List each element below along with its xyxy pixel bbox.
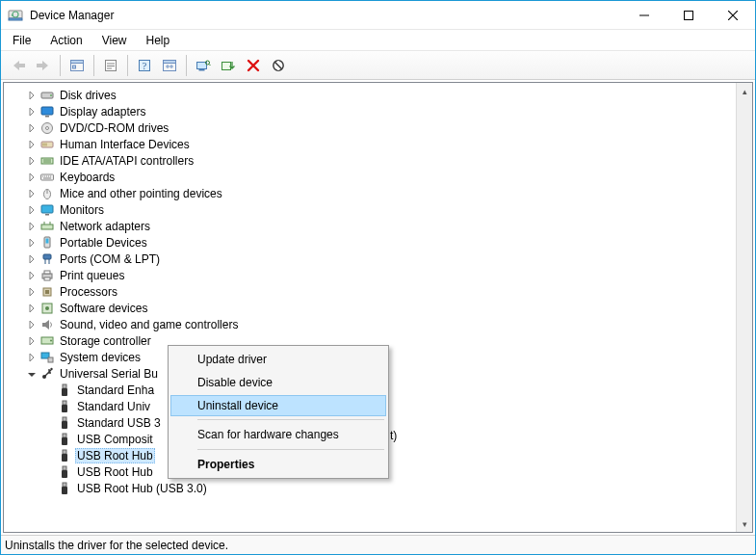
tree-node[interactable]: Display adapters	[8, 103, 736, 119]
scan-hardware-button[interactable]	[192, 54, 215, 77]
context-separator	[197, 419, 384, 420]
tree-node[interactable]: Keyboards	[8, 169, 736, 185]
tree-node-label: Display adapters	[58, 104, 147, 119]
svg-rect-54	[62, 437, 67, 445]
context-properties[interactable]: Properties	[170, 453, 386, 476]
menubar: File Action View Help	[1, 30, 755, 51]
scroll-down-arrow[interactable]: ▾	[737, 515, 752, 532]
tree-node-label: Universal Serial Bu	[58, 366, 160, 382]
storage-icon	[39, 333, 55, 349]
tree-node[interactable]: Software devices	[8, 300, 736, 316]
back-button[interactable]	[7, 54, 30, 77]
svg-rect-12	[197, 62, 207, 68]
expand-icon[interactable]	[25, 334, 39, 348]
svg-text:?: ?	[143, 61, 147, 71]
expand-icon[interactable]	[25, 252, 39, 266]
tree-node-label: USB Composit	[75, 432, 155, 447]
printer-icon	[39, 268, 55, 283]
context-disable-device[interactable]: Disable device	[170, 371, 386, 394]
tree-node-label: Sound, video and game controllers	[58, 317, 240, 332]
tree-node[interactable]: Print queues	[8, 267, 736, 283]
update-driver-button[interactable]	[217, 54, 240, 77]
keyboard-icon	[39, 170, 55, 185]
svg-rect-33	[43, 254, 51, 259]
hid-icon	[39, 137, 55, 152]
expand-icon[interactable]	[25, 318, 39, 331]
svg-rect-58	[62, 470, 67, 478]
uninstall-button[interactable]	[242, 54, 265, 77]
context-scan-hardware[interactable]: Scan for hardware changes	[170, 423, 386, 446]
expand-icon[interactable]	[25, 154, 39, 168]
close-button[interactable]	[711, 1, 755, 29]
menu-file[interactable]: File	[9, 32, 35, 49]
expand-icon[interactable]	[25, 220, 39, 233]
tree-node[interactable]: Processors	[8, 283, 736, 300]
tree-node[interactable]: IDE ATA/ATAPI controllers	[8, 152, 736, 169]
tree-node-label: USB Root Hub	[75, 448, 155, 463]
tree-node[interactable]: Mice and other pointing devices	[8, 185, 736, 201]
expand-icon[interactable]	[25, 121, 39, 135]
tree-node[interactable]: Sound, video and game controllers	[8, 316, 736, 332]
properties-button[interactable]	[99, 54, 122, 77]
menu-view[interactable]: View	[98, 32, 131, 49]
expand-icon	[42, 465, 56, 479]
context-update-driver[interactable]: Update driver	[170, 348, 386, 371]
scroll-up-arrow[interactable]: ▴	[737, 83, 752, 99]
vertical-scrollbar[interactable]: ▴ ▾	[736, 83, 752, 532]
tree-node-label: DVD/CD-ROM drives	[58, 120, 170, 136]
tree-node[interactable]: Ports (COM & LPT)	[8, 251, 736, 267]
tree-node[interactable]: Portable Devices	[8, 234, 736, 251]
svg-rect-55	[63, 450, 66, 454]
svg-rect-59	[63, 483, 66, 487]
expand-icon[interactable]	[25, 171, 39, 184]
forward-button[interactable]	[32, 54, 55, 77]
svg-rect-19	[41, 107, 53, 115]
tree-node-label: System devices	[58, 350, 143, 365]
status-text: Uninstalls the driver for the selected d…	[5, 539, 228, 552]
show-hidden-button[interactable]	[158, 54, 181, 77]
expand-icon[interactable]	[25, 236, 39, 250]
expand-icon[interactable]	[25, 89, 39, 102]
minimize-button[interactable]	[622, 1, 666, 29]
expand-icon[interactable]	[25, 138, 39, 151]
tree-node[interactable]: Human Interface Devices	[8, 136, 736, 152]
window-controls	[622, 1, 755, 29]
expand-icon[interactable]	[25, 187, 39, 200]
tree-node-label: Mice and other pointing devices	[58, 186, 224, 201]
expand-icon[interactable]	[25, 285, 39, 299]
display-icon	[39, 104, 55, 119]
expand-icon[interactable]	[25, 269, 39, 282]
menu-action[interactable]: Action	[46, 32, 86, 49]
tree-node-label: USB Root Hub (USB 3.0)	[75, 481, 209, 496]
expand-icon[interactable]	[25, 105, 39, 119]
tree-node[interactable]: USB Root Hub (USB 3.0)	[8, 480, 736, 496]
tree-node-label: Software devices	[58, 301, 149, 316]
tree-container: Disk drivesDisplay adaptersDVD/CD-ROM dr…	[3, 82, 753, 533]
software-icon	[39, 301, 55, 316]
maximize-button[interactable]	[666, 1, 711, 29]
collapse-icon[interactable]	[25, 367, 39, 381]
tree-node-label: Print queues	[58, 268, 126, 283]
expand-icon[interactable]	[25, 302, 39, 315]
show-hide-tree-button[interactable]	[65, 54, 89, 77]
menu-help[interactable]: Help	[143, 32, 174, 49]
network-icon	[39, 219, 55, 234]
help-button[interactable]: ?	[133, 54, 156, 77]
tree-node[interactable]: DVD/CD-ROM drives	[8, 119, 736, 136]
svg-rect-13	[199, 69, 205, 71]
context-uninstall-device[interactable]: Uninstall device	[170, 395, 386, 416]
expand-icon	[42, 433, 56, 446]
usb-device-icon	[57, 399, 72, 414]
disable-button[interactable]	[267, 54, 290, 77]
tree-node[interactable]: Network adapters	[8, 218, 736, 234]
tree-node[interactable]: Disk drives	[8, 87, 736, 103]
expand-icon	[42, 416, 56, 430]
expand-icon[interactable]	[25, 203, 39, 217]
truncated-text-fragment: t)	[390, 429, 397, 442]
tree-node[interactable]: Monitors	[8, 201, 736, 218]
tree-node-label: Ports (COM & LPT)	[58, 251, 162, 267]
svg-rect-44	[48, 357, 53, 362]
svg-rect-48	[62, 388, 67, 396]
port-icon	[39, 251, 55, 267]
expand-icon[interactable]	[25, 351, 39, 364]
